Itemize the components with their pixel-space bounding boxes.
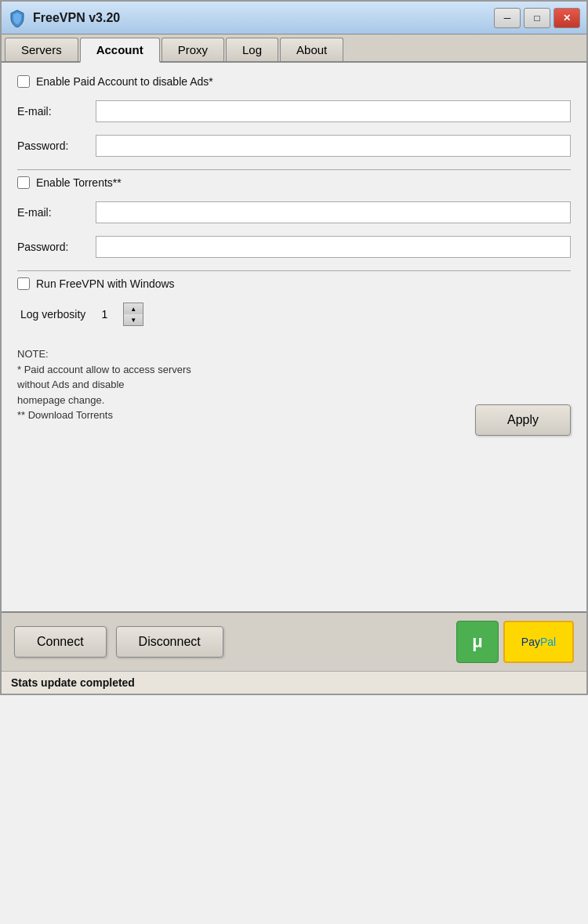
title-bar: FreeVPN v3.20 ─ □ ✕ — [2, 2, 586, 34]
email-input-1[interactable] — [96, 100, 571, 122]
tab-about[interactable]: About — [280, 38, 343, 61]
disconnect-button[interactable]: Disconnect — [116, 626, 223, 658]
note-apply-section: NOTE: * Paid account allow to access ser… — [17, 339, 571, 436]
log-verbosity-up[interactable]: ▲ — [124, 303, 143, 314]
password-input-1[interactable] — [96, 135, 571, 157]
paid-account-checkbox[interactable] — [17, 75, 30, 88]
divider-1 — [17, 169, 571, 170]
tab-log[interactable]: Log — [226, 38, 278, 61]
title-bar-left: FreeVPN v3.20 — [8, 9, 120, 27]
footer-icons: μ PayPal — [456, 621, 574, 663]
connect-button[interactable]: Connect — [14, 626, 107, 658]
close-button[interactable]: ✕ — [554, 8, 580, 28]
main-window: FreeVPN v3.20 ─ □ ✕ Servers Account Prox… — [0, 0, 588, 695]
window-controls: ─ □ ✕ — [494, 8, 580, 28]
tab-servers[interactable]: Servers — [5, 38, 78, 61]
tab-account[interactable]: Account — [80, 38, 160, 63]
paypal-icon[interactable]: PayPal — [503, 621, 574, 663]
run-with-windows-label: Run FreeVPN with Windows — [36, 277, 175, 290]
footer-bar: Connect Disconnect μ PayPal — [2, 611, 586, 671]
email-label-1: E-mail: — [17, 105, 96, 118]
email-row-2: E-mail: — [17, 201, 571, 223]
minimize-button[interactable]: ─ — [494, 8, 521, 28]
enable-torrents-label: Enable Torrents** — [36, 176, 122, 189]
password-label-1: Password: — [17, 140, 96, 152]
footer-buttons: Connect Disconnect — [14, 626, 223, 658]
run-with-windows-row: Run FreeVPN with Windows — [17, 277, 571, 290]
email-row-1: E-mail: — [17, 100, 571, 122]
run-with-windows-checkbox[interactable] — [17, 277, 30, 290]
tab-proxy[interactable]: Proxy — [162, 38, 224, 61]
tab-bar: Servers Account Proxy Log About — [2, 34, 586, 63]
log-verbosity-label: Log verbosity — [20, 308, 85, 321]
utorrent-icon[interactable]: μ — [456, 621, 499, 663]
divider-2 — [17, 270, 571, 271]
account-tab-content: Enable Paid Account to disable Ads* E-ma… — [2, 63, 586, 611]
log-verbosity-row: Log verbosity 1 ▲ ▼ — [20, 303, 571, 326]
paypal-pay: Pay — [521, 636, 540, 648]
app-title: FreeVPN v3.20 — [33, 11, 120, 25]
log-verbosity-value: 1 — [93, 308, 115, 321]
apply-button[interactable]: Apply — [475, 404, 571, 436]
note-section: NOTE: * Paid account allow to access ser… — [17, 346, 191, 423]
password-row-1: Password: — [17, 135, 571, 157]
password-row-2: Password: — [17, 236, 571, 258]
paypal-pal: Pal — [540, 636, 556, 648]
paypal-text: PayPal — [521, 636, 556, 648]
utorrent-label: μ — [472, 632, 482, 652]
paid-account-label: Enable Paid Account to disable Ads* — [36, 75, 213, 88]
app-icon — [8, 9, 27, 27]
email-input-2[interactable] — [96, 201, 571, 223]
password-input-2[interactable] — [96, 236, 571, 258]
maximize-button[interactable]: □ — [524, 8, 550, 28]
log-verbosity-spinner: ▲ ▼ — [123, 303, 143, 326]
password-label-2: Password: — [17, 241, 96, 253]
note-text: NOTE: * Paid account allow to access ser… — [17, 346, 191, 423]
status-text: Stats update completed — [11, 676, 135, 689]
enable-torrents-checkbox[interactable] — [17, 176, 30, 189]
email-label-2: E-mail: — [17, 206, 96, 219]
paid-account-row: Enable Paid Account to disable Ads* — [17, 75, 571, 88]
log-verbosity-down[interactable]: ▼ — [124, 314, 143, 325]
status-bar: Stats update completed — [2, 671, 586, 694]
enable-torrents-row: Enable Torrents** — [17, 176, 571, 189]
